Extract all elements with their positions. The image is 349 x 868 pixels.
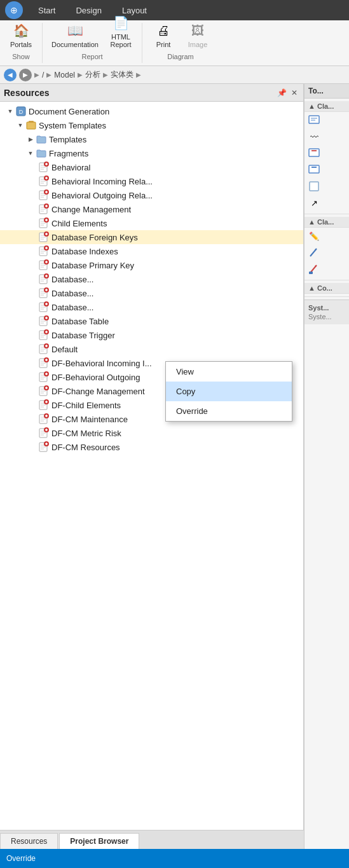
tree-item-default[interactable]: Default [0, 342, 303, 356]
portals-icon: 🏠 [11, 20, 31, 41]
fragments-folder-icon [36, 148, 47, 159]
tree-item-fragments[interactable]: ▼ Fragments [0, 146, 303, 160]
frag-icon-behavioral-outgoing [38, 189, 50, 201]
frag-icon-database-foreign-keys [38, 231, 50, 243]
toolbar-group-show: 🏠 Portals Show [0, 23, 43, 63]
right-icon-row-4[interactable] [305, 162, 349, 178]
right-sys-label: Syst... [308, 304, 345, 312]
forward-button[interactable]: ▶ [19, 69, 32, 81]
back-button[interactable]: ◀ [4, 69, 17, 81]
ri-icon-4 [307, 163, 321, 177]
tree-item-database-primary-key[interactable]: Database Primary Key [0, 258, 303, 272]
frag-icon-df-child-elements [38, 399, 50, 411]
tree-item-database-trigger[interactable]: Database Trigger [0, 328, 303, 342]
status-bar: Override [0, 849, 349, 868]
right-section-title-3[interactable]: ▲ Co... [305, 283, 349, 294]
tree-item-doc-generation[interactable]: ▼ D Document Generation [0, 104, 303, 118]
ri-icon-6: ↗ [307, 196, 321, 210]
tree-label-database-trigger: Database Trigger [51, 331, 115, 340]
svg-rect-157 [311, 167, 317, 168]
ri-icon-8 [307, 245, 321, 259]
ri-icon-9 [307, 262, 321, 276]
report-section-label: Report [81, 53, 102, 60]
ctx-item-copy[interactable]: Copy [166, 382, 292, 401]
tree-item-behavioral[interactable]: Behavioral [0, 160, 303, 174]
tree-item-database-table[interactable]: Database Table [0, 314, 303, 328]
tree-item-child-elements[interactable]: Child Elements [0, 216, 303, 230]
ri-icon-7: ✏️ [307, 229, 321, 243]
breadcrumb-arrow-3: ▶ [103, 71, 108, 78]
ri-icon-2: 〰 [307, 130, 321, 144]
tree-item-behavioral-incoming[interactable]: Behavioral Incoming Rela... [0, 174, 303, 188]
frag-icon-change-management [38, 203, 50, 215]
tree-label-behavioral-outgoing: Behavioral Outgoing Rela... [51, 191, 153, 200]
frag-icon-df-behavioral-outgoing [38, 371, 50, 383]
breadcrumb-analysis[interactable]: 分析 [85, 69, 100, 80]
tree-label-child-elements: Child Elements [51, 219, 107, 228]
image-icon: 🖼 [188, 20, 208, 41]
tree-label-database-primary-key: Database Primary Key [51, 261, 134, 270]
documentation-button[interactable]: 📖 Documentation [48, 18, 102, 50]
expander-doc-gen[interactable]: ▼ [5, 106, 15, 116]
app-logo[interactable]: ⊕ [5, 1, 23, 19]
expander-templates[interactable]: ▶ [25, 134, 36, 144]
tree-item-database-row2[interactable]: Database... [0, 286, 303, 300]
tab-resources[interactable]: Resources [0, 833, 58, 849]
templates-label: Templates [49, 135, 86, 144]
tab-project-browser[interactable]: Project Browser [59, 833, 139, 849]
ctx-item-override[interactable]: Override [166, 401, 292, 421]
expander-sys-templates[interactable]: ▼ [15, 120, 25, 130]
doc-gen-label: Document Generation [29, 107, 109, 116]
right-panel: To... ▲ Cla... 〰 [304, 84, 349, 849]
frag-icon-database-primary-key [38, 259, 50, 271]
tree-item-database-row1[interactable]: Database... [0, 272, 303, 286]
right-icon-row-6[interactable]: ↗ [305, 195, 349, 211]
sys-templates-label: System Templates [39, 121, 106, 130]
tree-item-df-cm-resources[interactable]: DF-CM Resources [0, 440, 303, 454]
print-button[interactable]: 🖨 Print [147, 18, 179, 50]
right-icon-row-1[interactable] [305, 112, 349, 128]
panel-close-button[interactable]: ✕ [289, 88, 299, 98]
right-section-title-2[interactable]: ▲ Cla... [305, 217, 349, 228]
ctx-item-view[interactable]: View [166, 362, 292, 382]
right-section-title-1[interactable]: ▲ Cla... [305, 101, 349, 112]
right-icon-row-3[interactable] [305, 145, 349, 162]
breadcrumb-entity[interactable]: 实体类 [111, 69, 133, 80]
tree-item-behavioral-outgoing[interactable]: Behavioral Outgoing Rela... [0, 188, 303, 202]
right-icon-row-2[interactable]: 〰 [305, 128, 349, 145]
tree-label-database-row3: Database... [51, 303, 94, 312]
html-report-button[interactable]: 📄 HTML Report [105, 11, 137, 50]
right-icon-row-5[interactable] [305, 178, 349, 195]
right-panel-section-1: ▲ Cla... 〰 [305, 99, 349, 214]
tree-item-database-foreign-keys[interactable]: Database Foreign Keys [0, 230, 303, 244]
ri-icon-5 [307, 179, 321, 193]
tree-item-templates[interactable]: ▶ Templates [0, 132, 303, 146]
frag-icon-child-elements [38, 217, 50, 229]
image-button[interactable]: 🖼 Image [182, 18, 214, 50]
tree-item-change-management[interactable]: Change Management [0, 202, 303, 216]
tree-label-behavioral-incoming: Behavioral Incoming Rela... [51, 177, 153, 186]
frag-icon-df-cm-resources [38, 441, 50, 453]
tree-item-database-indexes[interactable]: Database Indexes [0, 244, 303, 258]
svg-rect-158 [310, 182, 318, 191]
breadcrumb-arrow-2: ▶ [78, 71, 83, 78]
breadcrumb-arrow-4: ▶ [136, 71, 141, 78]
fragments-label: Fragments [49, 149, 88, 158]
panel-pin-button[interactable]: 📌 [277, 88, 287, 98]
tree-item-database-row3[interactable]: Database... [0, 300, 303, 314]
svg-text:D: D [19, 109, 24, 115]
right-icon-row-8[interactable] [305, 244, 349, 261]
frag-icon-default [38, 343, 50, 355]
tree-item-system-templates[interactable]: ▼ System Templates [0, 118, 303, 132]
frag-icon-database-row1 [38, 273, 50, 285]
right-icon-row-7[interactable]: ✏️ [305, 228, 349, 244]
right-icon-row-9[interactable] [305, 261, 349, 277]
expander-fragments[interactable]: ▼ [25, 148, 36, 158]
tree-item-df-cm-metric-risk[interactable]: DF-CM Metric Risk [0, 426, 303, 440]
svg-rect-3 [29, 121, 34, 123]
svg-rect-154 [309, 149, 319, 156]
tree-label-database-indexes: Database Indexes [51, 247, 118, 256]
breadcrumb-model[interactable]: Model [54, 71, 75, 79]
context-menu: View Copy Override [165, 361, 292, 422]
portals-button[interactable]: 🏠 Portals [5, 18, 37, 50]
